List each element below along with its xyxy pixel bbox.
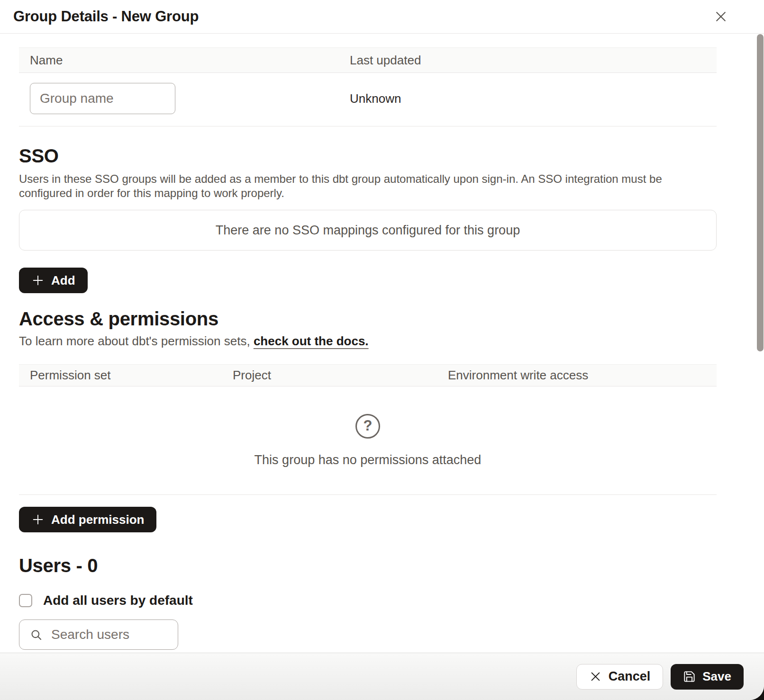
- add-sso-mapping-label: Add: [51, 273, 75, 288]
- search-users-input[interactable]: [50, 627, 170, 643]
- users-section-heading: Users - 0: [19, 555, 717, 576]
- x-icon: [589, 670, 602, 683]
- group-details-modal: Group Details - New Group Name Last upda…: [0, 0, 764, 700]
- save-label: Save: [702, 669, 731, 684]
- modal-header: Group Details - New Group: [0, 0, 764, 34]
- sso-section-heading: SSO: [19, 145, 717, 166]
- column-header-environment-write-access: Environment write access: [448, 368, 717, 383]
- save-button[interactable]: Save: [671, 664, 744, 690]
- plus-icon: [31, 513, 45, 526]
- vertical-scrollbar-thumb[interactable]: [757, 34, 764, 351]
- group-name-input[interactable]: [30, 83, 175, 114]
- docs-link[interactable]: check out the docs.: [254, 334, 369, 348]
- permissions-table: Permission set Project Environment write…: [19, 364, 717, 495]
- permissions-empty-message: This group has no permissions attached: [255, 453, 482, 467]
- sso-empty-message: There are no SSO mappings configured for…: [216, 223, 520, 238]
- group-name-row: Unknown: [19, 73, 717, 126]
- column-header-last-updated: Last updated: [350, 53, 717, 68]
- sso-section-description: Users in these SSO groups will be added …: [19, 172, 717, 200]
- add-permission-button[interactable]: Add permission: [19, 507, 156, 532]
- question-mark-icon: ?: [355, 414, 380, 439]
- sso-empty-state: There are no SSO mappings configured for…: [19, 210, 717, 251]
- modal-title: Group Details - New Group: [13, 8, 199, 25]
- add-sso-mapping-button[interactable]: Add: [19, 268, 88, 293]
- column-header-permission-set: Permission set: [19, 368, 233, 383]
- modal-footer: Cancel Save: [0, 653, 764, 700]
- permissions-table-header: Permission set Project Environment write…: [19, 364, 717, 386]
- magnifier-icon: [30, 628, 43, 641]
- add-all-users-row: Add all users by default: [19, 593, 717, 608]
- last-updated-value: Unknown: [350, 91, 717, 106]
- permissions-docs-line: To learn more about dbt's permission set…: [19, 334, 717, 348]
- column-header-name: Name: [19, 53, 350, 68]
- search-users-field: [19, 619, 178, 650]
- permissions-section-heading: Access & permissions: [19, 308, 717, 329]
- permissions-intro-text: To learn more about dbt's permission set…: [19, 334, 254, 348]
- plus-icon: [31, 274, 45, 287]
- close-icon: [714, 9, 728, 24]
- group-name-table-header: Name Last updated: [19, 47, 717, 73]
- group-name-table: Name Last updated Unknown: [19, 47, 717, 126]
- floppy-disk-icon: [683, 670, 696, 683]
- add-permission-label: Add permission: [51, 512, 144, 527]
- permissions-empty-state: ? This group has no permissions attached: [19, 386, 717, 495]
- cancel-button[interactable]: Cancel: [576, 664, 664, 690]
- close-button[interactable]: [712, 8, 730, 26]
- modal-body: Name Last updated Unknown SSO Users in t…: [0, 34, 764, 653]
- column-header-project: Project: [233, 368, 448, 383]
- cancel-label: Cancel: [609, 669, 651, 684]
- add-all-users-label[interactable]: Add all users by default: [43, 593, 193, 608]
- question-glyph: ?: [364, 418, 373, 433]
- add-all-users-checkbox[interactable]: [19, 594, 32, 607]
